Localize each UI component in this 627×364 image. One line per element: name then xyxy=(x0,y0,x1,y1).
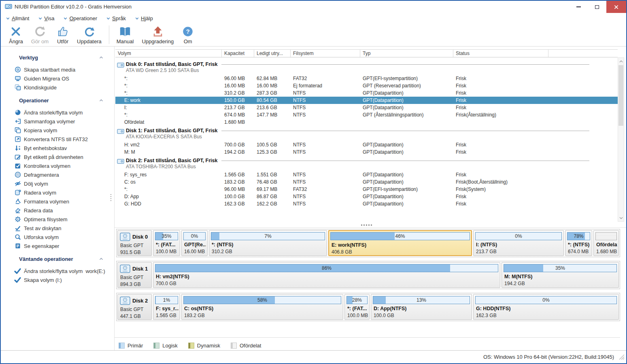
partition-cell-ntfs[interactable]: 7%*: (NTFS)310.2 GB xyxy=(209,230,327,256)
partition-cell-c-os-ntfs[interactable]: 58%C: os(NTFS)183.2 GB xyxy=(181,294,343,320)
column-header-kapacitet[interactable]: Kapacitet xyxy=(222,50,254,57)
sidebar-item-skapa-volym-i[interactable]: Skapa volym (I:) xyxy=(1,275,114,284)
volume-row-of-rdelat[interactable]: Ofördelat1.680 MB xyxy=(115,119,618,126)
sidebar-section-v-ntande-operationer[interactable]: Väntande operationer xyxy=(1,254,114,263)
disk-group-header[interactable]: Disk 0: Fast tillstånd, Basic GPT, Frisk… xyxy=(115,61,618,75)
sidebar-item-test-av-diskytan[interactable]: Test av diskytan xyxy=(1,224,114,233)
sidebar-item-konvertera-ntfs-till-fat32[interactable]: Konvertera NTFS till FAT32 xyxy=(1,135,114,144)
minimize-button[interactable] xyxy=(569,1,588,13)
volume-row-h-vm2[interactable]: H: vm2700.0 GB100.5 GBNTFSGPT(Datapartit… xyxy=(115,141,618,148)
cell-type: GPT(Datapartition) xyxy=(360,148,453,156)
ngra-button[interactable]: Ångra xyxy=(5,24,27,44)
volume-row-[interactable]: *:16.00 MB16.00 MBEj formateradGPT (Rese… xyxy=(115,82,618,89)
volume-row-d-app[interactable]: D: App100.0 GB86.87 GBNTFSGPT(Datapartit… xyxy=(115,193,618,200)
sidebar-item-ndra-storlek-flytta-volym[interactable]: Ändra storlek/flytta volym xyxy=(1,108,114,117)
disk-group-title: Disk 2: Fast tillstånd, Basic GPT, Frisk xyxy=(126,158,217,163)
volume-row-[interactable]: *:96.00 MB62.84 MBFAT32GPT(EFI-systempar… xyxy=(115,75,618,82)
pane-splitter-handle[interactable] xyxy=(115,223,618,227)
menu-visa[interactable]: Visa xyxy=(38,15,54,21)
sidebar-item-d-lj-volym[interactable]: Dölj volym xyxy=(1,179,114,188)
partition-cell-g-hdd-ntfs[interactable]: 0%G: HDD(NTFS)162.3 GB xyxy=(473,294,619,320)
om-button[interactable]: ?Om xyxy=(178,24,198,44)
sidebar-item-optimera-filsystem[interactable]: Optimera filsystem xyxy=(1,215,114,224)
disk-icon xyxy=(117,128,124,141)
partition-cell-fat[interactable]: 35%*: (FAT...100.0 MB xyxy=(153,230,180,256)
sidebar-item-formatera-volymen[interactable]: Formatera volymen xyxy=(1,197,114,206)
disk-map-header-disk-1[interactable]: Disk 1Basic GPT894.3 GB xyxy=(117,262,152,288)
maximize-button[interactable] xyxy=(588,1,606,13)
sidebar-item-byt-enhetsbokstav[interactable]: Byt enhetsbokstav xyxy=(1,144,114,152)
scroll-up-icon[interactable] xyxy=(618,58,624,64)
explore-icon xyxy=(14,234,21,240)
menu-hj-lp[interactable]: Hjälp xyxy=(135,15,153,21)
utf-r-button[interactable]: Utför xyxy=(53,24,73,44)
volume-row-[interactable]: *:310.2 GB287.3 GBNTFSGPT(Datapartition)… xyxy=(115,89,618,97)
menu-allm-nt[interactable]: Allmänt xyxy=(6,15,29,21)
disk-map-header-disk-2[interactable]: Disk 2Basic GPT447.1 GB xyxy=(117,294,152,320)
column-header-filsystem[interactable]: Filsystem xyxy=(291,50,360,57)
partition-cell-f-sys-r[interactable]: 1%F: sys_r...1.565 GB xyxy=(153,294,180,320)
partition-cell-i-ntfs[interactable]: 0%I: (NTFS)213.7 GB xyxy=(473,230,564,256)
sidebar-item-radera-data[interactable]: Radera data xyxy=(1,206,114,215)
partition-cell-fat[interactable]: 28%*: (FAT...100.0 MB xyxy=(344,294,370,320)
sidebar-item-guiden-migrera-os[interactable]: Guiden Migrera OS xyxy=(1,74,114,83)
sidebar-item-ndra-storlek-flytta-volym-work-e[interactable]: Ändra storlek/flytta volym work(E:) xyxy=(1,267,114,275)
column-header-typ[interactable]: Typ xyxy=(360,50,453,57)
partition-cell-e-work-ntfs[interactable]: 46%E: work(NTFS)406.8 GB xyxy=(328,230,472,256)
sidebar-item-defragmentera[interactable]: Defragmentera xyxy=(1,170,114,179)
volume-row-f-sys-res[interactable]: F: sys_res1.565 GB1.551 GBNTFSGPT(Datapa… xyxy=(115,171,618,178)
volume-row-e-work[interactable]: E: work150.0 GB80.54 GBNTFSGPT(Dataparti… xyxy=(115,97,618,104)
column-header-status[interactable]: Status xyxy=(453,50,548,57)
sidebar-item-se-egenskaper[interactable]: Se egenskaper xyxy=(1,241,114,250)
sidebar-item-sammanfoga-volymer[interactable]: Sammanfoga volymer xyxy=(1,117,114,126)
usage-bar: 28% xyxy=(346,296,368,304)
sidebar-item-kontrollera-volymen[interactable]: Kontrollera volymen xyxy=(1,161,114,170)
resize-grip-icon[interactable] xyxy=(619,354,625,362)
uppgradering-button[interactable]: Uppgradering xyxy=(138,24,178,44)
cell-filesystem: Ej formaterad xyxy=(291,82,360,89)
scrollbar-thumb[interactable] xyxy=(618,65,623,126)
partition-cell-of-rdelat[interactable]: Ofördelat1.680 MB xyxy=(593,230,619,256)
cell-type: GPT(Datapartition) xyxy=(360,178,453,186)
menu-spr-k[interactable]: Språk xyxy=(106,15,126,21)
partition-cell-gpt-re[interactable]: 0%GPT(Re...16.00 MB xyxy=(181,230,208,256)
cell-free: 16.00 MB xyxy=(254,82,291,89)
sidebar-section-operationer[interactable]: Operationer xyxy=(1,96,114,105)
partition-cell-h-vm2-ntfs[interactable]: 86%H: vm2(NTFS)700.0 GB xyxy=(153,262,500,288)
sidebar-item-radera-volym[interactable]: Radera volym xyxy=(1,188,114,197)
close-button[interactable] xyxy=(606,1,626,13)
volume-row-[interactable]: *:96.00 MB69.17 MBFAT32GPT(EFI-systempar… xyxy=(115,186,618,193)
column-header-ledigt-utry[interactable]: Ledigt utry... xyxy=(254,50,291,57)
volume-row-g-hdd[interactable]: G: HDD162.3 GB162.2 GBNTFSGPT(Datapartit… xyxy=(115,200,618,207)
volume-row-m-m[interactable]: M: M194.2 GB125.3 GBNTFSGPT(Datapartitio… xyxy=(115,148,618,156)
volume-row-i[interactable]: I:213.7 GB213.6 GBNTFSGPT(Datapartition)… xyxy=(115,104,618,111)
partition-cell-ntfs[interactable]: 78%*: (NTFS)674.0 MB xyxy=(565,230,592,256)
legend-color-box xyxy=(119,343,125,349)
table-scrollbar[interactable] xyxy=(618,57,624,222)
manual-button[interactable]: Manual xyxy=(113,24,138,44)
sidebar-splitter-handle[interactable] xyxy=(111,194,111,201)
column-header-volym[interactable]: Volym xyxy=(115,50,222,57)
sidebar-item-kopiera-volym[interactable]: Kopiera volym xyxy=(1,126,114,135)
cell-filesystem: NTFS xyxy=(291,104,360,111)
apply-icon xyxy=(57,25,69,38)
disk-group-header[interactable]: Disk 2: Fast tillstånd, Basic GPT, Frisk… xyxy=(115,158,618,171)
disk-group-header[interactable]: Disk 1: Fast tillstånd, Basic GPT, Frisk… xyxy=(115,128,618,141)
menu-operationer[interactable]: Operationer xyxy=(63,15,97,21)
uppdatera-button[interactable]: Uppdatera xyxy=(73,24,106,44)
volume-row-[interactable]: *:674.0 MB147.7 MBNTFSGPT (Återställning… xyxy=(115,111,618,119)
partition-cell-d-app-ntfs[interactable]: 13%D: App(NTFS)100.0 GB xyxy=(371,294,472,320)
cell-capacity: 183.2 GB xyxy=(222,178,254,186)
menu-label: Språk xyxy=(112,15,126,21)
sidebar-item-klondiskguide[interactable]: Klondiskguide xyxy=(1,83,114,92)
sidebar-section-verktyg[interactable]: Verktyg xyxy=(1,53,114,62)
sidebar-item-label: Guiden Migrera OS xyxy=(24,76,69,82)
sidebar-item-skapa-startbart-media[interactable]: Skapa startbart media xyxy=(1,65,114,74)
partition-cell-m-m-ntfs[interactable]: 35%M: M(NTFS)194.2 GB xyxy=(502,262,619,288)
volume-row-c-os[interactable]: C: os183.2 GB76.48 GBNTFSGPT(Datapartiti… xyxy=(115,178,618,186)
sidebar-item-byt-etikett-p-drivenheten[interactable]: Byt etikett på drivenheten xyxy=(1,152,114,161)
g-r-om-button[interactable]: Gör om xyxy=(27,24,53,44)
disk-map-header-disk-0[interactable]: Disk 0Basic GPT931.5 GB xyxy=(117,230,152,256)
sidebar-item-utforska-volym[interactable]: Utforska volym xyxy=(1,233,114,241)
scroll-down-icon[interactable] xyxy=(618,215,624,221)
